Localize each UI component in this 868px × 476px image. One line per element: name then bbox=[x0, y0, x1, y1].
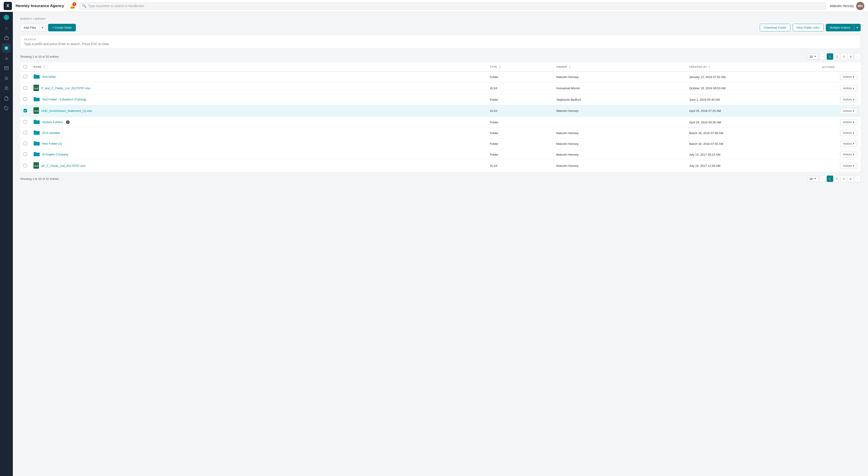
row-checkbox[interactable] bbox=[24, 86, 27, 90]
search-input[interactable] bbox=[24, 42, 857, 46]
actions-button[interactable]: Actions ▾ bbox=[840, 119, 857, 125]
row-checkbox[interactable] bbox=[24, 142, 27, 145]
table-info-top: Showing 1 to 10 of 32 entries 102550 ‹ 1… bbox=[20, 53, 861, 60]
actions-button[interactable]: Actions ▾ bbox=[840, 97, 857, 103]
row-type-cell: Folder bbox=[487, 71, 553, 82]
select-all-checkbox[interactable] bbox=[24, 65, 27, 68]
page-4-bottom[interactable]: 4 bbox=[847, 175, 854, 182]
sidebar-item-home[interactable]: ⌂ bbox=[2, 23, 11, 33]
row-name-cell: Test Folder - S.Bedford (Training) bbox=[30, 94, 487, 105]
sidebar-item-mail[interactable] bbox=[2, 64, 11, 73]
multiple-actions-main[interactable]: Multiple Actions bbox=[826, 24, 854, 31]
sidebar-item-document[interactable] bbox=[2, 94, 11, 103]
page-label: Agency Library bbox=[20, 18, 861, 20]
sidebar-item-files[interactable] bbox=[2, 43, 11, 53]
prev-page-top[interactable]: ‹ bbox=[820, 53, 826, 60]
row-checkbox-cell bbox=[21, 138, 30, 149]
folder-icon bbox=[33, 74, 40, 80]
download-folder-button[interactable]: Download Folder bbox=[760, 24, 790, 31]
row-created-cell: March 18, 2018 07:55 AM bbox=[686, 138, 819, 149]
actions-button[interactable]: Actions ▾ bbox=[840, 74, 857, 80]
multiple-actions-arrow[interactable]: ▾ bbox=[854, 24, 861, 31]
file-name-link[interactable]: Al Angelo Company bbox=[42, 152, 68, 156]
global-search[interactable]: 🔍 Type anywhere to search in NextBroker bbox=[79, 2, 826, 10]
row-type-cell: Folder bbox=[487, 149, 553, 160]
actions-button[interactable]: Actions ▾ bbox=[840, 151, 857, 158]
user-menu[interactable]: Malcolm Henney MH bbox=[830, 2, 864, 10]
next-page-top[interactable]: › bbox=[854, 53, 861, 60]
file-name-link[interactable]: System Folders bbox=[42, 121, 63, 124]
folder-icon bbox=[33, 130, 40, 136]
row-type-cell: XLSX bbox=[487, 160, 553, 172]
actions-arrow-icon: ▾ bbox=[853, 98, 854, 101]
per-page-select-top[interactable]: 102550 bbox=[807, 54, 818, 60]
sidebar-item-people[interactable] bbox=[2, 84, 11, 93]
row-checkbox[interactable] bbox=[24, 109, 27, 112]
sidebar-item-list[interactable] bbox=[2, 74, 11, 83]
row-checkbox[interactable] bbox=[24, 164, 27, 167]
actions-arrow-icon: ▾ bbox=[853, 153, 854, 156]
per-page-select-bottom[interactable]: 102550 bbox=[807, 176, 818, 182]
col-header-owner[interactable]: OWNER ▲▼ bbox=[553, 63, 686, 72]
page-1-bottom[interactable]: 1 bbox=[827, 175, 833, 182]
actions-button[interactable]: Actions ▾ bbox=[840, 130, 857, 136]
page-4-top[interactable]: 4 bbox=[847, 53, 854, 60]
row-checkbox[interactable] bbox=[24, 131, 27, 134]
row-created-cell: July 16, 2017 12:28 AM bbox=[686, 160, 819, 172]
info-icon[interactable]: i bbox=[66, 121, 70, 124]
file-name-link[interactable]: ACA Updates bbox=[42, 131, 60, 135]
row-checkbox[interactable] bbox=[24, 152, 27, 156]
add-files-button[interactable]: Add Files ▾ bbox=[20, 24, 46, 31]
row-checkbox[interactable] bbox=[24, 75, 27, 78]
row-name-cell: XLS aP_C_Fields_List_20170707.xlsx bbox=[30, 160, 487, 172]
file-name-link[interactable]: Test folder bbox=[42, 75, 56, 78]
prev-page-bottom[interactable]: ‹ bbox=[820, 175, 826, 182]
row-checkbox[interactable] bbox=[24, 98, 27, 101]
page-3-bottom[interactable]: 3 bbox=[840, 175, 847, 182]
page-1-top[interactable]: 1 bbox=[827, 53, 833, 60]
row-name-cell: New Folder (2) bbox=[30, 138, 487, 149]
sidebar: › ⌂ bbox=[0, 0, 13, 476]
row-actions-cell: Actions ▾ bbox=[819, 160, 861, 172]
add-files-arrow[interactable]: ▾ bbox=[39, 24, 45, 31]
row-checkbox[interactable] bbox=[24, 120, 27, 124]
page-2-bottom[interactable]: 2 bbox=[834, 175, 840, 182]
row-checkbox-cell bbox=[21, 117, 30, 128]
file-name-link[interactable]: UHC_Commission_Statement_(1).xlsx bbox=[41, 109, 92, 112]
col-header-actions: ACTIONS bbox=[819, 63, 861, 72]
col-header-name[interactable]: NAME ▲▼ bbox=[30, 63, 487, 72]
bell-button[interactable]: 🔔 4 bbox=[70, 3, 75, 9]
create-folder-button[interactable]: + Create folder bbox=[48, 24, 75, 31]
actions-button[interactable]: Actions ▾ bbox=[840, 141, 857, 147]
view-public-links-button[interactable]: View Public Links bbox=[793, 24, 824, 31]
col-header-created[interactable]: CREATED AT ▲▼ bbox=[686, 63, 819, 72]
actions-button[interactable]: Actions ▾ bbox=[840, 163, 857, 169]
sidebar-item-chart[interactable] bbox=[2, 54, 11, 63]
sidebar-item-briefcase[interactable] bbox=[2, 33, 11, 42]
col-header-type[interactable]: TYPE ▲▼ bbox=[487, 63, 553, 72]
row-name-cell: ACA Updates bbox=[30, 128, 487, 138]
add-files-main[interactable]: Add Files bbox=[21, 24, 39, 31]
file-name-link[interactable]: New Folder (2) bbox=[42, 142, 62, 145]
page-3-top[interactable]: 3 bbox=[840, 53, 847, 60]
pagination-top: 102550 ‹ 1 2 3 4 › bbox=[807, 53, 861, 60]
search-icon: 🔍 bbox=[82, 4, 86, 8]
row-type-cell: XLSX bbox=[487, 82, 553, 94]
pagination-bottom: 102550 ‹ 1 2 3 4 › bbox=[807, 175, 861, 182]
file-name-link[interactable]: aP_C_Fields_List_20170707.xlsx bbox=[41, 164, 86, 168]
actions-button[interactable]: Actions ▾ bbox=[840, 86, 857, 91]
row-created-cell: April 25, 2018 07:25 AM bbox=[686, 105, 819, 117]
file-name-link[interactable]: Test Folder - S.Bedford (Training) bbox=[42, 98, 86, 101]
page-2-top[interactable]: 2 bbox=[834, 53, 840, 60]
next-page-bottom[interactable]: › bbox=[854, 175, 861, 182]
actions-button[interactable]: Actions ▾ bbox=[840, 108, 857, 114]
actions-label: Actions bbox=[843, 98, 852, 101]
avatar[interactable]: MH bbox=[856, 2, 864, 10]
folder-icon bbox=[33, 119, 40, 125]
row-type-cell: Folder bbox=[487, 117, 553, 128]
file-name-link[interactable]: P_and_C_Fields_List_20170707.xlsx bbox=[41, 87, 91, 90]
row-created-cell: April 24, 2018 09:36 AM bbox=[686, 117, 819, 128]
sidebar-item-tag[interactable] bbox=[2, 104, 11, 113]
sidebar-toggle[interactable]: › bbox=[4, 15, 9, 20]
multiple-actions-button[interactable]: Multiple Actions ▾ bbox=[826, 24, 861, 31]
